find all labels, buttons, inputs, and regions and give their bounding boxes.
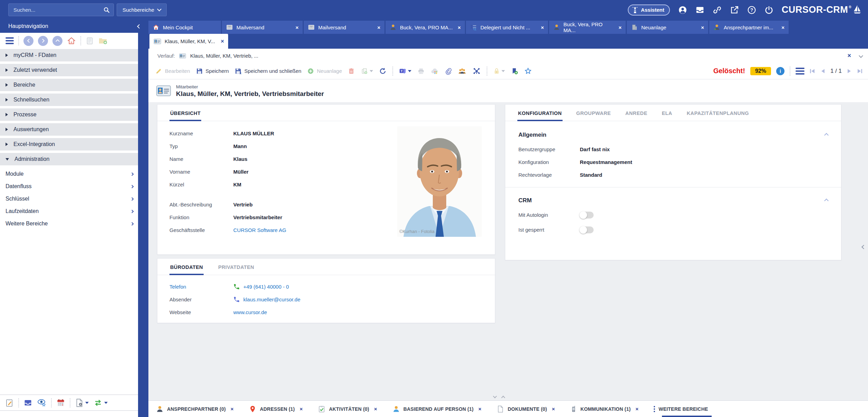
close-icon[interactable]: × xyxy=(374,406,377,412)
bottomtab-aktivitaeten[interactable]: AKTIVITÄTEN (0) × xyxy=(318,401,377,417)
autologin-toggle[interactable] xyxy=(580,212,594,219)
data-quality-badge[interactable]: 92% xyxy=(750,67,771,75)
close-icon[interactable]: × xyxy=(295,25,299,30)
inbox-icon[interactable] xyxy=(23,399,32,407)
sidebar-group-mycrm[interactable]: myCRM - FDaten xyxy=(0,49,138,61)
refresh-icon[interactable] xyxy=(379,67,387,75)
folder-add-icon[interactable] xyxy=(98,37,107,45)
tab-konfiguration[interactable]: KONFIGURATION xyxy=(517,110,563,121)
home-icon[interactable] xyxy=(67,36,76,45)
chevron-down-icon[interactable] xyxy=(493,394,497,398)
locked-toggle[interactable] xyxy=(580,226,594,233)
employee-photo[interactable]: ©Kurhan - Fotolia xyxy=(397,126,482,237)
nav-back-button[interactable] xyxy=(23,36,33,46)
cloud-office-icon[interactable] xyxy=(431,68,439,75)
user-account-icon[interactable] xyxy=(678,6,687,14)
save-button[interactable]: Speichern xyxy=(196,68,229,75)
calendar-icon[interactable] xyxy=(56,398,65,407)
phone-link[interactable]: +49 (641) 40000 - 0 xyxy=(243,284,289,290)
watch-favorite-icon[interactable] xyxy=(37,398,47,407)
chevron-up-icon[interactable] xyxy=(501,396,505,399)
close-icon[interactable]: × xyxy=(458,25,461,30)
tab-uebersicht[interactable]: ÜBERSICHT xyxy=(169,110,201,121)
relations-icon[interactable] xyxy=(472,67,481,75)
print-icon[interactable] xyxy=(417,68,425,75)
assistant-button[interactable]: Assistent xyxy=(628,4,670,16)
close-icon[interactable]: × xyxy=(478,406,481,412)
team-group-icon[interactable] xyxy=(458,67,467,75)
search-icon[interactable] xyxy=(103,7,110,13)
list-view-icon[interactable] xyxy=(796,68,804,75)
delete-icon[interactable] xyxy=(348,68,355,75)
close-icon[interactable]: × xyxy=(300,406,303,412)
teams-button[interactable]: T xyxy=(399,67,411,75)
close-icon[interactable]: × xyxy=(221,38,224,45)
sidebar-group-bereiche[interactable]: Bereiche xyxy=(0,79,138,91)
last-record-icon[interactable] xyxy=(857,69,862,74)
close-icon[interactable]: × xyxy=(552,406,555,412)
sidebar-item-weitere-bereiche[interactable]: Weitere Bereiche xyxy=(0,217,138,230)
create-new-button[interactable]: Neuanlage xyxy=(307,68,342,75)
tab-buck-vera-1[interactable]: Buck, Vera, PRO MA...× xyxy=(386,21,465,34)
tab-ela[interactable]: ELA xyxy=(661,110,673,121)
close-icon[interactable]: × xyxy=(635,406,638,412)
menu-icon[interactable] xyxy=(6,37,14,44)
tab-mailversand-1[interactable]: Mailversand× xyxy=(222,21,303,34)
tab-kapazitaetenplanung[interactable]: KAPAZITÄTENPLANUNG xyxy=(686,110,750,121)
bottomtab-weitere-bereiche[interactable]: WEITERE BEREICHE xyxy=(654,401,708,417)
tab-delegiert[interactable]: Delegiert und Nicht ...× xyxy=(466,21,548,34)
geschaeftsstelle-link[interactable]: CURSOR Software AG xyxy=(233,227,286,233)
info-icon[interactable]: i xyxy=(776,67,784,75)
close-icon[interactable]: × xyxy=(781,25,784,30)
sidebar-item-datenfluss[interactable]: Datenfluss xyxy=(0,180,138,193)
close-icon[interactable]: × xyxy=(618,25,622,30)
website-link[interactable]: www.cursor.de xyxy=(233,309,267,315)
tab-klaus-mueller[interactable]: Klaus, Müller, KM, V... × xyxy=(149,34,228,49)
sidebar-group-schnellsuchen[interactable]: Schnellsuchen xyxy=(0,94,138,106)
collapse-section-icon[interactable] xyxy=(824,133,829,137)
tab-buck-vera-2[interactable]: Buck, Vera, PRO MA...× xyxy=(549,21,626,34)
edit-button[interactable]: Bearbeiten xyxy=(155,68,190,75)
tab-neuanlage[interactable]: Neuanlage× xyxy=(627,21,708,34)
logout-power-icon[interactable] xyxy=(764,6,773,14)
next-record-icon[interactable] xyxy=(847,69,851,74)
clipboard-icon[interactable] xyxy=(86,37,94,45)
attachment-icon[interactable] xyxy=(445,67,452,75)
sidebar-group-prozesse[interactable]: Prozesse xyxy=(0,108,138,121)
sidebar-item-schluessel[interactable]: Schlüssel xyxy=(0,193,138,205)
save-and-close-button[interactable]: x Speichern und schließen xyxy=(235,68,301,75)
tab-ansprechpartner[interactable]: Ansprechpartner im...× xyxy=(709,21,789,34)
tab-anrede[interactable]: ANREDE xyxy=(625,110,648,121)
first-record-icon[interactable] xyxy=(810,69,815,74)
rights-lock-button[interactable] xyxy=(493,68,505,75)
help-icon[interactable]: ? xyxy=(747,6,756,14)
search-input[interactable] xyxy=(13,7,103,13)
favorite-star-icon[interactable] xyxy=(524,67,532,75)
sidebar-group-excel[interactable]: Excel-Integration xyxy=(0,138,138,151)
sidebar-group-zuletzt[interactable]: Zuletzt verwendet xyxy=(0,64,138,76)
email-link[interactable]: klaus.mueller@cursor.de xyxy=(243,297,300,302)
link-icon[interactable] xyxy=(713,6,722,14)
bottomtab-dokumente[interactable]: DOKUMENTE (0) × xyxy=(497,401,555,417)
close-icon[interactable]: × xyxy=(231,406,234,412)
nav-up-button[interactable] xyxy=(52,36,62,46)
bottomtab-adressen[interactable]: ADRESSEN (1) × xyxy=(249,401,303,417)
bookmark-add-icon[interactable] xyxy=(511,67,518,75)
tab-mein-cockpit[interactable]: Mein Cockpit xyxy=(148,21,221,34)
tab-groupware[interactable]: GROUPWARE xyxy=(576,110,612,121)
sidebar-item-module[interactable]: Module xyxy=(0,168,138,180)
clipboard-edit-icon[interactable] xyxy=(5,398,14,407)
collapse-section-icon[interactable] xyxy=(824,198,829,203)
sidebar-collapse-icon[interactable] xyxy=(137,24,142,29)
close-icon[interactable]: × xyxy=(847,52,851,59)
close-icon[interactable]: × xyxy=(377,25,380,30)
sidebar-group-administration[interactable]: Administration xyxy=(0,153,138,165)
global-search[interactable] xyxy=(8,3,114,16)
collapse-panel-icon[interactable] xyxy=(861,245,866,249)
nav-forward-button[interactable] xyxy=(38,36,48,46)
external-link-icon[interactable] xyxy=(730,6,739,14)
inbox-tray-icon[interactable] xyxy=(695,6,704,14)
history-entry[interactable]: Klaus, Müller, KM, Vertrieb, ... xyxy=(190,53,259,59)
bottomtab-basierend-auf-person[interactable]: BASIEREND AUF PERSON (1) × xyxy=(392,401,481,417)
sync-button[interactable] xyxy=(93,399,108,407)
